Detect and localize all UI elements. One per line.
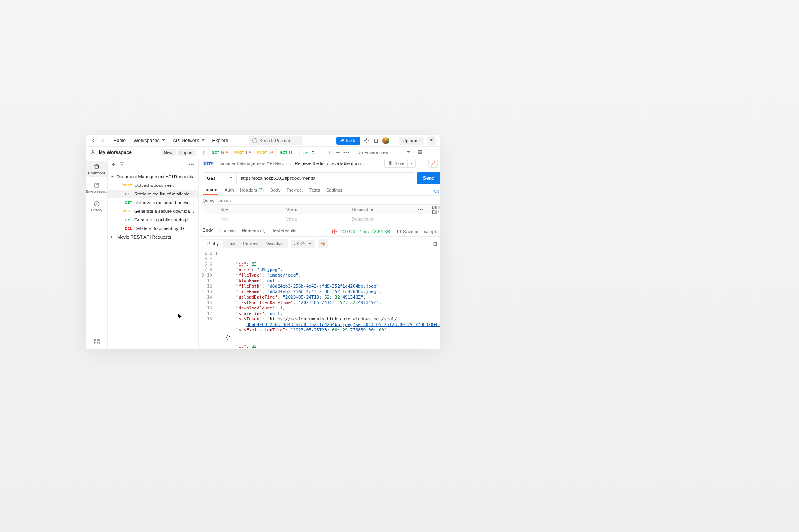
nav-workspaces[interactable]: Workspaces [131, 136, 167, 145]
environment-label: No Environment [357, 150, 389, 155]
query-params-empty-row[interactable]: Key Value Description [203, 214, 440, 224]
new-tab-button[interactable]: + [335, 149, 341, 156]
response-code[interactable]: [ { "id": 83, "name": "RM.jpeg", "fileTy… [215, 251, 440, 349]
tab-auth[interactable]: Auth [225, 188, 234, 195]
tree-request[interactable]: GETGenerate a public sharing link f... [108, 215, 198, 224]
app-window: Home Workspaces API Network Explore Sear… [86, 135, 440, 349]
tree-request[interactable]: GETRetrieve a document preview b... [108, 198, 198, 207]
rail-history[interactable]: History [86, 198, 107, 214]
method-label: GET [207, 176, 216, 181]
wrap-lines-button[interactable] [318, 239, 328, 248]
open-tab[interactable]: POSTLo [231, 147, 254, 158]
tree-folder[interactable]: Movie REST API Requests [108, 233, 198, 241]
tree-request[interactable]: POSTGenerate a secure download li... [108, 207, 198, 215]
tab-scroll-right[interactable] [326, 149, 332, 156]
bulk-edit-link[interactable]: Bulk Edit [432, 205, 440, 214]
settings-icon[interactable] [363, 138, 370, 144]
request-name: Retrieve a document preview b... [134, 200, 195, 205]
global-search[interactable]: Search Postman [249, 136, 303, 145]
url-input[interactable]: https://localhost:5000/api/documents/ [237, 173, 414, 184]
cookies-link[interactable]: Cookies [434, 189, 440, 194]
save-icon [388, 161, 392, 166]
import-button[interactable]: Import [177, 149, 196, 156]
view-pretty[interactable]: Pretty [203, 240, 223, 248]
tree-request[interactable]: DELDelete a document by ID [108, 224, 198, 233]
chevron-down-icon [410, 163, 413, 166]
tab-tests[interactable]: Tests [309, 188, 320, 195]
breadcrumb-request[interactable]: Retrieve the list of available docu... [294, 161, 364, 166]
tab-params[interactable]: Params [203, 187, 218, 195]
svg-point-0 [341, 139, 343, 141]
tab-prereq[interactable]: Pre-req. [287, 188, 303, 195]
nav-arrows [91, 138, 105, 144]
user-avatar[interactable] [382, 137, 389, 144]
resp-tab-tests[interactable]: Test Results [272, 228, 297, 235]
upgrade-dropdown[interactable] [427, 136, 436, 145]
forward-button[interactable] [99, 138, 105, 144]
tab-scroll-left[interactable] [199, 147, 209, 158]
response-body[interactable]: 1 2 3 4 5 6 7 8 9 10 11 12 13 14 15 16 1… [199, 251, 440, 349]
tab-headers[interactable]: Headers (7) [240, 188, 264, 195]
environment-quicklook[interactable] [414, 147, 425, 158]
nav-explore[interactable]: Explore [210, 136, 231, 145]
save-as-example[interactable]: Save as Example [396, 229, 438, 234]
notifications-icon[interactable] [373, 138, 379, 144]
key-input[interactable]: Key [217, 214, 283, 224]
workspace-title[interactable]: My Workspace [99, 150, 132, 155]
open-tab[interactable]: GETUntitle [277, 147, 300, 158]
view-raw[interactable]: Raw [223, 240, 239, 248]
tab-options[interactable]: ••• [343, 149, 350, 156]
view-visualize[interactable]: Visualize [262, 240, 287, 248]
caret-icon [111, 235, 114, 239]
resp-tab-headers[interactable]: Headers (4) [242, 228, 266, 235]
resp-tab-cookies[interactable]: Cookies [219, 228, 236, 235]
tree-request[interactable]: POSTUpload a document [108, 181, 198, 190]
resp-tab-body[interactable]: Body [203, 228, 213, 235]
filter-icon[interactable] [120, 162, 125, 166]
request-method: GET [121, 201, 132, 204]
send-button[interactable]: Send [417, 172, 440, 184]
save-dropdown[interactable] [408, 159, 416, 168]
dirty-indicator [271, 151, 273, 153]
open-tab[interactable]: POSTUp [254, 147, 277, 158]
svg-point-1 [366, 140, 367, 141]
tree-folder[interactable]: Document Management API Requests [108, 172, 198, 181]
nav-home[interactable]: Home [111, 136, 128, 145]
value-input[interactable]: Value [283, 214, 349, 224]
rail-environments[interactable]: Environments [86, 180, 107, 196]
new-button[interactable]: New [161, 149, 176, 156]
sidebar-add[interactable]: + [112, 161, 115, 167]
breadcrumb-collection[interactable]: Document Management API Req... [218, 161, 287, 166]
sidebar-options[interactable]: ••• [189, 162, 194, 166]
open-tab[interactable]: GETGet [209, 147, 231, 158]
tree-request[interactable]: GETRetrieve the list of available do... [108, 190, 198, 198]
desc-input[interactable]: Description [349, 214, 415, 224]
network-icon[interactable] [332, 229, 337, 234]
open-tab[interactable]: GETRetriev [300, 147, 323, 158]
rail-configure[interactable] [86, 336, 107, 349]
upgrade-button[interactable]: Upgrade [399, 137, 424, 145]
share-button[interactable] [428, 159, 438, 168]
format-selector[interactable]: JSON [291, 240, 315, 248]
tab-settings[interactable]: Settings [326, 188, 343, 195]
left-rail: Collections Environments History [86, 158, 108, 349]
response-link[interactable]: d8a84eb3-256b-4d43-afd8-352f1c4264bb.jpe… [246, 322, 440, 327]
rail-environments-label: Environments [86, 190, 107, 194]
tab-body[interactable]: Body [270, 188, 280, 195]
save-icon [396, 229, 401, 234]
tab-method: POST [257, 150, 267, 154]
svg-point-2 [92, 150, 94, 152]
copy-response[interactable] [430, 239, 439, 248]
save-button[interactable]: Save [384, 159, 408, 168]
nav-api-network[interactable]: API Network [171, 136, 207, 145]
method-selector[interactable]: GET [203, 173, 237, 184]
format-label: JSON [294, 241, 306, 246]
col-options[interactable]: ••• [418, 207, 423, 212]
workspace-actions: New Import [161, 149, 196, 156]
view-preview[interactable]: Preview [239, 240, 262, 248]
environment-selector[interactable]: No Environment [353, 147, 414, 158]
rail-collections[interactable]: Collections [86, 161, 107, 177]
invite-button[interactable]: Invite [336, 137, 360, 145]
tab-method: GET [303, 151, 310, 155]
back-button[interactable] [91, 138, 97, 144]
